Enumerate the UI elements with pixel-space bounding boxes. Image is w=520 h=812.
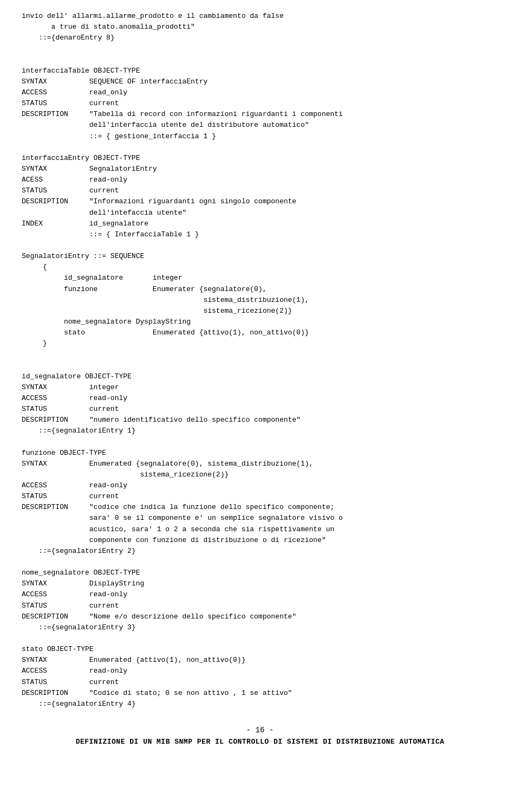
page-footer: - 16 - DEFINIZIONE DI UN MIB SNMP PER IL… [22, 726, 498, 746]
content-area: invio dell' allarmi.allarme_prodotto e i… [22, 11, 498, 710]
document-title: DEFINIZIONE DI UN MIB SNMP PER IL CONTRO… [22, 738, 498, 746]
page-number: - 16 - [22, 726, 498, 734]
code-content: invio dell' allarmi.allarme_prodotto e i… [22, 11, 498, 710]
